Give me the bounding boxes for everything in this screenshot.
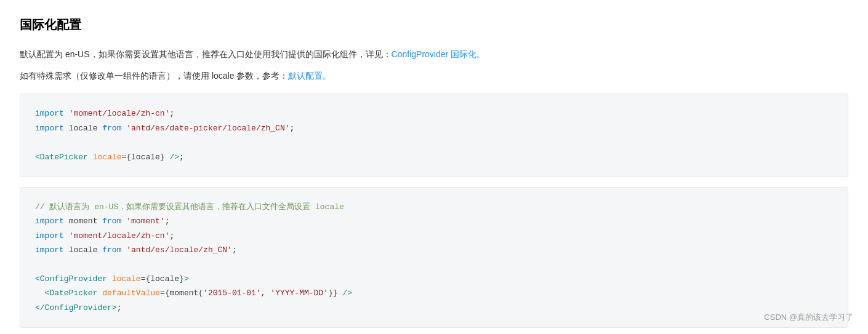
watermark: CSDN @真的该去学习了 [764, 311, 853, 324]
code-line: <DatePicker locale={locale} />; [35, 150, 833, 164]
code-line: </ConfigProvider>; [35, 301, 833, 315]
page-title: 国际化配置 [20, 15, 848, 34]
code-line-blank [35, 258, 833, 272]
desc2-text: 如有特殊需求（仅修改单一组件的语言），请使用 locale 参数，参考： [20, 71, 288, 81]
default-config-link[interactable]: 默认配置。 [288, 71, 331, 81]
code-block-1: import 'moment/locale/zh-cn'; import loc… [20, 93, 848, 177]
code-line: import 'moment/locale/zh-cn'; [35, 106, 833, 121]
desc1-text: 默认配置为 en-US，如果你需要设置其他语言，推荐在入口处使用我们提供的国际化… [20, 49, 392, 59]
code-line: import moment from 'moment'; [35, 214, 833, 228]
code-line: import 'moment/locale/zh-cn'; [35, 229, 833, 243]
code-block-2: // 默认语言为 en-US，如果你需要设置其他语言，推荐在入口文件全局设置 l… [20, 187, 848, 328]
code-line: import locale from 'antd/es/locale/zh_CN… [35, 243, 833, 257]
config-provider-link[interactable]: ConfigProvider 国际化。 [392, 49, 486, 59]
code-line: import locale from 'antd/es/date-picker/… [35, 121, 833, 135]
code-line: <DatePicker defaultValue={moment('2015-0… [35, 286, 833, 300]
code-line: <ConfigProvider locale={locale}> [35, 272, 833, 286]
code-line-comment: // 默认语言为 en-US，如果你需要设置其他语言，推荐在入口文件全局设置 l… [35, 200, 833, 214]
description-1: 默认配置为 en-US，如果你需要设置其他语言，推荐在入口处使用我们提供的国际化… [20, 47, 848, 62]
code-line-blank [35, 135, 833, 149]
description-2: 如有特殊需求（仅修改单一组件的语言），请使用 locale 参数，参考：默认配置… [20, 68, 848, 84]
